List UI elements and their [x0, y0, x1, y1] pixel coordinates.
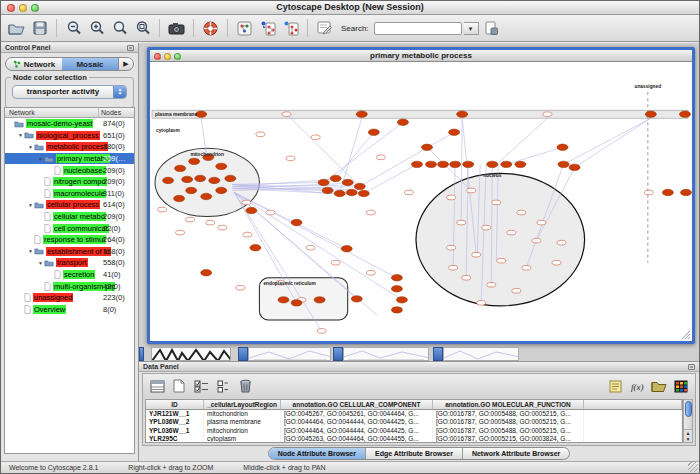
- table-row[interactable]: YPL036W__2plasma membrane[GO:0044464, GO…: [146, 418, 682, 426]
- manage-network-icon[interactable]: [234, 18, 255, 39]
- zoom-fit-icon[interactable]: [132, 18, 153, 39]
- tree-row[interactable]: multi-organism pro42(0): [5, 280, 134, 292]
- save-search-icon[interactable]: [481, 18, 502, 39]
- background-window-fragment[interactable]: [443, 347, 519, 361]
- tab-edge-attribute-browser[interactable]: Edge Attribute Browser: [366, 448, 463, 459]
- notes-icon[interactable]: [606, 377, 624, 395]
- save-icon[interactable]: [29, 18, 50, 39]
- expand-arrow-icon[interactable]: ▼: [38, 260, 43, 266]
- select-attributes-icon[interactable]: [192, 377, 210, 395]
- network-view-window[interactable]: primary metabolic process plasma membran…: [147, 47, 695, 344]
- node-color-dropdown[interactable]: transporter activity ▲▼: [12, 85, 127, 99]
- table-row[interactable]: YLR295Ccytoplasm[GO:0045263, GO:0044464,…: [146, 435, 682, 443]
- new-attribute-icon[interactable]: [170, 377, 188, 395]
- tree-row[interactable]: ▼metabolic process280(0): [5, 141, 134, 153]
- zoom-window-button[interactable]: [31, 4, 39, 12]
- tree-row-label: primary metabo: [56, 154, 110, 163]
- open-icon[interactable]: [6, 18, 27, 39]
- scrollbar-thumb[interactable]: [685, 401, 692, 417]
- float-panel-icon[interactable]: [688, 364, 695, 370]
- tree-row[interactable]: unassigned223(0): [5, 292, 134, 304]
- attribute-browser-tabs: Node Attribute Browser Edge Attribute Br…: [268, 447, 571, 460]
- tree-row[interactable]: cell communicat22(0): [5, 222, 134, 234]
- tree-row[interactable]: Overview8(0): [5, 304, 134, 316]
- tree-row[interactable]: ▼transport558(0): [5, 257, 134, 269]
- tree-row[interactable]: macromolecule311(0): [5, 188, 134, 200]
- export-network-icon[interactable]: [280, 18, 301, 39]
- tree-row[interactable]: secretion41(0): [5, 269, 134, 281]
- view-close-button[interactable]: [154, 53, 161, 60]
- network-canvas[interactable]: plasma membranecytoplasmmitochondrionnuc…: [150, 62, 692, 341]
- import-network-icon[interactable]: [257, 18, 278, 39]
- attribute-table-header[interactable]: ID_cellularLayoutRegionannotation.GO CEL…: [146, 400, 682, 410]
- expand-arrow-icon[interactable]: ▼: [38, 156, 43, 162]
- tree-header-nodes[interactable]: Nodes: [99, 108, 134, 117]
- table-row[interactable]: YJR121W__1mitochondrion[GO:0045267, GO:0…: [146, 410, 682, 418]
- tree-row[interactable]: nucleobase-209(0): [5, 164, 134, 176]
- window-titlebar: Cytoscape Desktop (New Session): [1, 1, 699, 15]
- network-view-title: primary metabolic process: [370, 51, 472, 60]
- svg-text:endoplasmic reticulum: endoplasmic reticulum: [263, 281, 315, 286]
- minimize-button[interactable]: [19, 4, 27, 12]
- tree-row-count: 264(0): [103, 235, 125, 244]
- tab-mosaic[interactable]: Mosaic: [62, 58, 118, 70]
- tree-row[interactable]: ▼primary metabo209(…: [5, 153, 134, 165]
- network-view-titlebar[interactable]: primary metabolic process: [150, 50, 692, 62]
- background-window-edge[interactable]: [238, 347, 248, 361]
- mosaic-matrix-icon[interactable]: [672, 377, 690, 395]
- close-button[interactable]: [7, 4, 15, 12]
- tab-network[interactable]: Network: [6, 58, 62, 70]
- column-header[interactable]: _cellularLayoutRegion: [204, 400, 281, 409]
- more-tabs-arrow[interactable]: ▶: [118, 58, 133, 70]
- background-window-edge[interactable]: [333, 347, 343, 361]
- snapshot-icon[interactable]: [166, 18, 187, 39]
- tree-row[interactable]: ▼cellular process614(0): [5, 199, 134, 211]
- zoom-in-icon[interactable]: [86, 18, 107, 39]
- tree-row[interactable]: ▼establishment of lo558(0): [5, 246, 134, 258]
- float-panel-icon[interactable]: [127, 45, 134, 51]
- tree-row[interactable]: mosaic-demo-yeast874(0): [5, 118, 134, 130]
- zoom-selected-icon[interactable]: [109, 18, 130, 39]
- tree-row[interactable]: nitrogen compo209(0): [5, 176, 134, 188]
- folder-icon: [34, 143, 44, 151]
- background-window-edge[interactable]: [433, 347, 443, 361]
- expand-arrow-icon[interactable]: ▼: [28, 202, 33, 208]
- table-scrollbar[interactable]: ▲▼: [683, 399, 693, 443]
- background-window-edge[interactable]: [139, 347, 144, 361]
- folder-icon: [14, 120, 24, 128]
- unselect-attributes-icon[interactable]: [214, 377, 232, 395]
- tab-network-attribute-browser[interactable]: Network Attribute Browser: [463, 448, 569, 459]
- tree-row-count: 209(0): [103, 166, 125, 175]
- search-options-dropdown[interactable]: ▼: [464, 22, 479, 35]
- column-header[interactable]: annotation.GO CELLULAR_COMPONENT: [281, 400, 433, 409]
- network-graph[interactable]: plasma membranecytoplasmmitochondrionnuc…: [150, 62, 692, 341]
- view-minimize-button[interactable]: [164, 53, 171, 60]
- formula-builder-icon[interactable]: f(x): [628, 377, 646, 395]
- background-window-fragment[interactable]: [343, 347, 429, 361]
- resize-grip[interactable]: [688, 462, 698, 472]
- delete-attribute-icon[interactable]: [236, 377, 254, 395]
- column-header[interactable]: ID: [146, 400, 204, 409]
- zoom-out-icon[interactable]: [63, 18, 84, 39]
- expand-arrow-icon[interactable]: ▼: [28, 248, 33, 254]
- expand-arrow-icon[interactable]: ▼: [28, 144, 33, 150]
- search-input[interactable]: [374, 22, 462, 35]
- status-pan-hint: Middle-click + drag to PAN: [243, 464, 325, 471]
- tree-row[interactable]: cellular metabo209(0): [5, 211, 134, 223]
- background-window-fragment[interactable]: [248, 347, 331, 361]
- import-attributes-icon[interactable]: [650, 377, 668, 395]
- scroll-down-arrow[interactable]: ▼: [684, 436, 692, 442]
- tab-node-attribute-browser[interactable]: Node Attribute Browser: [269, 448, 366, 459]
- expand-arrow-icon[interactable]: ▼: [18, 132, 23, 138]
- attribute-select-icon[interactable]: [148, 377, 166, 395]
- tree-header-network[interactable]: Network: [5, 108, 99, 117]
- background-window-fragment[interactable]: [151, 347, 231, 361]
- table-row[interactable]: YPL036W__1mitochondrion[GO:0044464, GO:0…: [146, 427, 682, 435]
- vizmapper-icon[interactable]: [200, 18, 221, 39]
- annotation-icon[interactable]: [314, 18, 335, 39]
- document-icon: [54, 270, 61, 279]
- tree-row[interactable]: ▼biological_process651(0): [5, 130, 134, 142]
- view-zoom-button[interactable]: [174, 53, 181, 60]
- column-header[interactable]: annotation.GO MOLECULAR_FUNCTION: [433, 400, 584, 409]
- tree-row[interactable]: response to stimul264(0): [5, 234, 134, 246]
